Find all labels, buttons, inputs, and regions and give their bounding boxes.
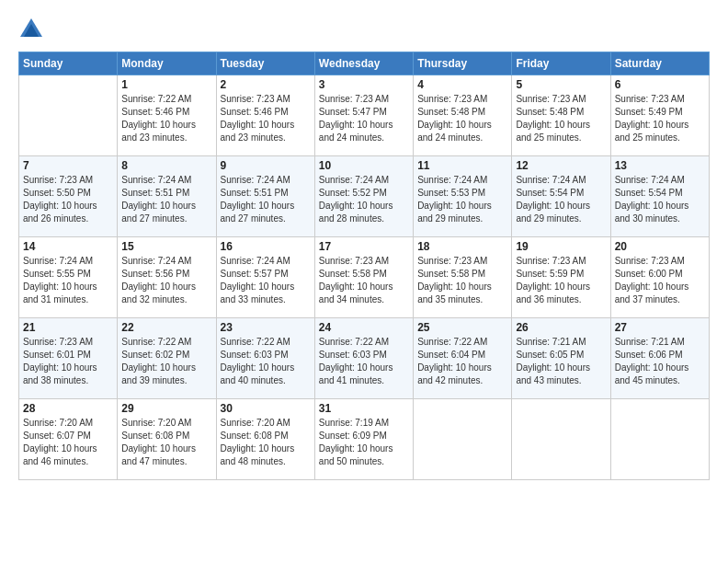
calendar-cell: 2Sunrise: 7:23 AM Sunset: 5:46 PM Daylig… bbox=[216, 75, 314, 156]
cell-content: Sunrise: 7:22 AM Sunset: 6:04 PM Dayligh… bbox=[417, 336, 507, 387]
day-number: 14 bbox=[23, 240, 113, 253]
header-row: SundayMondayTuesdayWednesdayThursdayFrid… bbox=[19, 52, 710, 75]
calendar-cell: 9Sunrise: 7:24 AM Sunset: 5:51 PM Daylig… bbox=[216, 156, 314, 237]
cell-content: Sunrise: 7:24 AM Sunset: 5:54 PM Dayligh… bbox=[615, 174, 705, 225]
calendar-cell: 27Sunrise: 7:21 AM Sunset: 6:06 PM Dayli… bbox=[610, 318, 709, 399]
calendar-cell: 24Sunrise: 7:22 AM Sunset: 6:03 PM Dayli… bbox=[314, 318, 413, 399]
header-monday: Monday bbox=[118, 52, 216, 75]
week-row-1: 1Sunrise: 7:22 AM Sunset: 5:46 PM Daylig… bbox=[19, 75, 710, 156]
cell-content: Sunrise: 7:24 AM Sunset: 5:53 PM Dayligh… bbox=[417, 174, 507, 225]
cell-content: Sunrise: 7:22 AM Sunset: 5:46 PM Dayligh… bbox=[121, 93, 211, 144]
calendar-cell bbox=[512, 399, 610, 480]
day-number: 1 bbox=[121, 78, 211, 91]
day-number: 22 bbox=[121, 321, 211, 334]
cell-content: Sunrise: 7:24 AM Sunset: 5:55 PM Dayligh… bbox=[23, 255, 113, 306]
day-number: 30 bbox=[221, 402, 311, 415]
calendar-cell: 16Sunrise: 7:24 AM Sunset: 5:57 PM Dayli… bbox=[216, 237, 314, 318]
day-number: 28 bbox=[23, 402, 113, 415]
day-number: 16 bbox=[221, 240, 311, 253]
cell-content: Sunrise: 7:20 AM Sunset: 6:08 PM Dayligh… bbox=[221, 417, 311, 468]
day-number: 20 bbox=[615, 240, 705, 253]
cell-content: Sunrise: 7:23 AM Sunset: 6:00 PM Dayligh… bbox=[615, 255, 705, 306]
cell-content: Sunrise: 7:23 AM Sunset: 5:48 PM Dayligh… bbox=[516, 93, 606, 144]
cell-content: Sunrise: 7:23 AM Sunset: 5:48 PM Dayligh… bbox=[417, 93, 507, 144]
cell-content: Sunrise: 7:21 AM Sunset: 6:06 PM Dayligh… bbox=[615, 336, 705, 387]
day-number: 5 bbox=[516, 78, 606, 91]
calendar-cell: 17Sunrise: 7:23 AM Sunset: 5:58 PM Dayli… bbox=[314, 237, 413, 318]
calendar-cell: 23Sunrise: 7:22 AM Sunset: 6:03 PM Dayli… bbox=[216, 318, 314, 399]
cell-content: Sunrise: 7:23 AM Sunset: 5:59 PM Dayligh… bbox=[516, 255, 606, 306]
calendar-cell: 10Sunrise: 7:24 AM Sunset: 5:52 PM Dayli… bbox=[314, 156, 413, 237]
cell-content: Sunrise: 7:22 AM Sunset: 6:03 PM Dayligh… bbox=[221, 336, 311, 387]
calendar-cell: 5Sunrise: 7:23 AM Sunset: 5:48 PM Daylig… bbox=[512, 75, 610, 156]
day-number: 6 bbox=[615, 78, 705, 91]
day-number: 21 bbox=[23, 321, 113, 334]
calendar-cell: 3Sunrise: 7:23 AM Sunset: 5:47 PM Daylig… bbox=[314, 75, 413, 156]
day-number: 3 bbox=[319, 78, 409, 91]
day-number: 27 bbox=[615, 321, 705, 334]
header-tuesday: Tuesday bbox=[216, 52, 314, 75]
cell-content: Sunrise: 7:24 AM Sunset: 5:52 PM Dayligh… bbox=[319, 174, 409, 225]
calendar-cell: 21Sunrise: 7:23 AM Sunset: 6:01 PM Dayli… bbox=[19, 318, 118, 399]
calendar-cell: 28Sunrise: 7:20 AM Sunset: 6:07 PM Dayli… bbox=[19, 399, 118, 480]
week-row-5: 28Sunrise: 7:20 AM Sunset: 6:07 PM Dayli… bbox=[19, 399, 710, 480]
calendar-cell: 4Sunrise: 7:23 AM Sunset: 5:48 PM Daylig… bbox=[414, 75, 512, 156]
header-saturday: Saturday bbox=[610, 52, 709, 75]
header-sunday: Sunday bbox=[19, 52, 118, 75]
calendar-cell: 31Sunrise: 7:19 AM Sunset: 6:09 PM Dayli… bbox=[314, 399, 413, 480]
cell-content: Sunrise: 7:23 AM Sunset: 5:58 PM Dayligh… bbox=[417, 255, 507, 306]
page-header bbox=[18, 17, 710, 42]
calendar-cell: 22Sunrise: 7:22 AM Sunset: 6:02 PM Dayli… bbox=[118, 318, 216, 399]
day-number: 2 bbox=[221, 78, 311, 91]
calendar-cell: 12Sunrise: 7:24 AM Sunset: 5:54 PM Dayli… bbox=[512, 156, 610, 237]
cell-content: Sunrise: 7:22 AM Sunset: 6:02 PM Dayligh… bbox=[121, 336, 211, 387]
calendar-cell bbox=[610, 399, 709, 480]
day-number: 11 bbox=[417, 159, 507, 172]
cell-content: Sunrise: 7:23 AM Sunset: 6:01 PM Dayligh… bbox=[23, 336, 113, 387]
day-number: 23 bbox=[221, 321, 311, 334]
day-number: 9 bbox=[221, 159, 311, 172]
calendar-cell: 15Sunrise: 7:24 AM Sunset: 5:56 PM Dayli… bbox=[118, 237, 216, 318]
calendar-cell bbox=[19, 75, 118, 156]
week-row-2: 7Sunrise: 7:23 AM Sunset: 5:50 PM Daylig… bbox=[19, 156, 710, 237]
calendar-cell: 30Sunrise: 7:20 AM Sunset: 6:08 PM Dayli… bbox=[216, 399, 314, 480]
calendar-cell: 20Sunrise: 7:23 AM Sunset: 6:00 PM Dayli… bbox=[610, 237, 709, 318]
day-number: 13 bbox=[615, 159, 705, 172]
calendar-cell: 11Sunrise: 7:24 AM Sunset: 5:53 PM Dayli… bbox=[414, 156, 512, 237]
day-number: 24 bbox=[319, 321, 409, 334]
header-thursday: Thursday bbox=[414, 52, 512, 75]
cell-content: Sunrise: 7:24 AM Sunset: 5:51 PM Dayligh… bbox=[121, 174, 211, 225]
calendar-cell: 26Sunrise: 7:21 AM Sunset: 6:05 PM Dayli… bbox=[512, 318, 610, 399]
day-number: 10 bbox=[319, 159, 409, 172]
day-number: 31 bbox=[319, 402, 409, 415]
calendar-table: SundayMondayTuesdayWednesdayThursdayFrid… bbox=[18, 52, 710, 480]
week-row-3: 14Sunrise: 7:24 AM Sunset: 5:55 PM Dayli… bbox=[19, 237, 710, 318]
calendar-cell: 14Sunrise: 7:24 AM Sunset: 5:55 PM Dayli… bbox=[19, 237, 118, 318]
cell-content: Sunrise: 7:23 AM Sunset: 5:47 PM Dayligh… bbox=[319, 93, 409, 144]
header-wednesday: Wednesday bbox=[314, 52, 413, 75]
day-number: 15 bbox=[121, 240, 211, 253]
cell-content: Sunrise: 7:20 AM Sunset: 6:07 PM Dayligh… bbox=[23, 417, 113, 468]
calendar-cell: 29Sunrise: 7:20 AM Sunset: 6:08 PM Dayli… bbox=[118, 399, 216, 480]
cell-content: Sunrise: 7:20 AM Sunset: 6:08 PM Dayligh… bbox=[121, 417, 211, 468]
day-number: 29 bbox=[121, 402, 211, 415]
calendar-cell: 6Sunrise: 7:23 AM Sunset: 5:49 PM Daylig… bbox=[610, 75, 709, 156]
calendar-cell: 25Sunrise: 7:22 AM Sunset: 6:04 PM Dayli… bbox=[414, 318, 512, 399]
calendar-cell: 1Sunrise: 7:22 AM Sunset: 5:46 PM Daylig… bbox=[118, 75, 216, 156]
cell-content: Sunrise: 7:24 AM Sunset: 5:57 PM Dayligh… bbox=[221, 255, 311, 306]
day-number: 7 bbox=[23, 159, 113, 172]
cell-content: Sunrise: 7:24 AM Sunset: 5:56 PM Dayligh… bbox=[121, 255, 211, 306]
calendar-page: SundayMondayTuesdayWednesdayThursdayFrid… bbox=[0, 0, 728, 563]
calendar-cell: 8Sunrise: 7:24 AM Sunset: 5:51 PM Daylig… bbox=[118, 156, 216, 237]
cell-content: Sunrise: 7:23 AM Sunset: 5:46 PM Dayligh… bbox=[221, 93, 311, 144]
calendar-cell: 7Sunrise: 7:23 AM Sunset: 5:50 PM Daylig… bbox=[19, 156, 118, 237]
day-number: 26 bbox=[516, 321, 606, 334]
cell-content: Sunrise: 7:23 AM Sunset: 5:50 PM Dayligh… bbox=[23, 174, 113, 225]
logo-icon bbox=[18, 17, 44, 42]
header-friday: Friday bbox=[512, 52, 610, 75]
day-number: 17 bbox=[319, 240, 409, 253]
week-row-4: 21Sunrise: 7:23 AM Sunset: 6:01 PM Dayli… bbox=[19, 318, 710, 399]
day-number: 8 bbox=[121, 159, 211, 172]
day-number: 18 bbox=[417, 240, 507, 253]
logo bbox=[18, 17, 48, 42]
